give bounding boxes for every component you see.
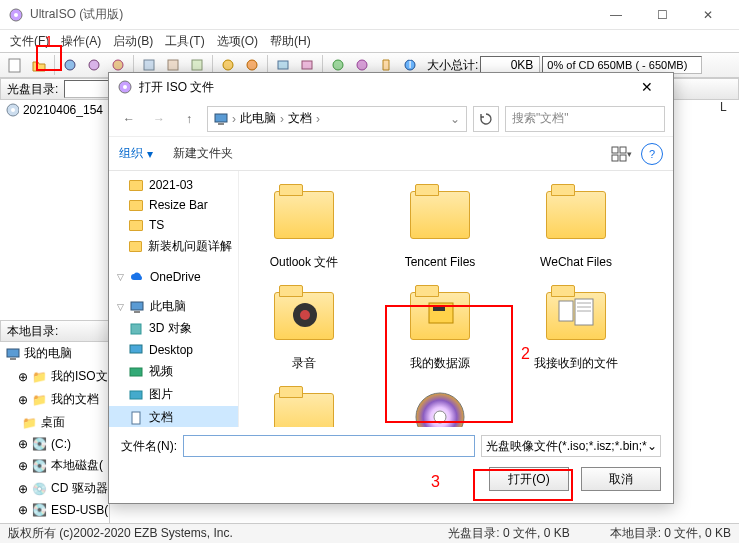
image-tree-item[interactable]: 20210406_154 <box>0 100 109 120</box>
open-button[interactable]: 打开(O) <box>489 467 569 491</box>
status-local-dir: 本地目录: 0 文件, 0 KB <box>610 525 731 542</box>
breadcrumb[interactable]: › 此电脑 › 文档 › ⌄ <box>207 106 467 132</box>
svg-rect-35 <box>132 412 140 424</box>
svg-point-46 <box>434 411 446 423</box>
filetype-dropdown[interactable]: 光盘映像文件(*.iso;*.isz;*.bin;*⌄ <box>481 435 661 457</box>
search-placeholder: 搜索"文档" <box>512 110 569 127</box>
svg-point-5 <box>113 60 123 70</box>
crumb-dropdown-icon[interactable]: ⌄ <box>450 112 460 126</box>
local-root[interactable]: 我的电脑 <box>0 342 109 365</box>
dialog-icon <box>117 79 133 95</box>
side-folder[interactable]: Resize Bar <box>109 195 238 215</box>
svg-rect-39 <box>433 307 445 311</box>
svg-rect-2 <box>9 59 20 72</box>
pictures-icon <box>129 388 143 402</box>
svg-rect-38 <box>429 303 453 323</box>
folder-icon <box>546 191 606 239</box>
refresh-button[interactable] <box>473 106 499 132</box>
right-column-letter: L <box>720 100 727 114</box>
new-folder-button[interactable]: 新建文件夹 <box>173 145 233 162</box>
open-button[interactable] <box>28 54 50 76</box>
view-mode-button[interactable]: ▾ <box>609 142 633 166</box>
tb-4[interactable] <box>83 54 105 76</box>
cancel-button[interactable]: 取消 <box>581 467 661 491</box>
local-item[interactable]: ⊕💽ESD-USB( <box>0 500 109 520</box>
crumb-pc[interactable]: 此电脑 <box>240 110 276 127</box>
new-button[interactable] <box>4 54 26 76</box>
nav-up-button[interactable]: ↑ <box>177 107 201 131</box>
nav-forward-button[interactable]: → <box>147 107 171 131</box>
file-item[interactable]: WeChat Files <box>521 179 631 270</box>
local-item[interactable]: ⊕💿CD 驱动器 <box>0 477 109 500</box>
side-folder[interactable]: 2021-03 <box>109 175 238 195</box>
side-onedrive[interactable]: ▽OneDrive <box>109 266 238 286</box>
svg-rect-26 <box>620 147 626 153</box>
dialog-title: 打开 ISO 文件 <box>139 79 629 96</box>
file-item[interactable]: 自定义 Office 模板 <box>249 381 359 427</box>
crumb-docs[interactable]: 文档 <box>288 110 312 127</box>
file-item[interactable]: 我接收到的文件 <box>521 280 631 371</box>
side-pc-item[interactable]: Desktop <box>109 340 238 360</box>
menu-options[interactable]: 选项(O) <box>211 31 264 52</box>
dialog-sidebar: 2021-03 Resize Bar TS 新装机问题详解 ▽OneDrive … <box>109 171 239 427</box>
local-item[interactable]: ⊕📁我的文档 <box>0 388 109 411</box>
main-title: UltraISO (试用版) <box>30 6 593 23</box>
file-item[interactable]: 录音 <box>249 280 359 371</box>
svg-rect-19 <box>7 349 19 357</box>
annotation-label-1: 1 <box>45 33 53 49</box>
svg-rect-28 <box>620 155 626 161</box>
file-list[interactable]: Outlook 文件 Tencent Files WeChat Files 录音… <box>239 171 673 427</box>
filename-input[interactable] <box>183 435 475 457</box>
file-item[interactable]: Tencent Files <box>385 179 495 270</box>
svg-point-1 <box>14 13 18 17</box>
local-root-label: 我的电脑 <box>24 345 72 362</box>
side-folder[interactable]: 新装机问题详解 <box>109 235 238 258</box>
menu-actions[interactable]: 操作(A) <box>55 31 107 52</box>
svg-rect-24 <box>218 123 224 125</box>
svg-rect-23 <box>215 114 227 122</box>
side-pc-item[interactable]: 3D 对象 <box>109 317 238 340</box>
folder-icon: 📁 <box>32 393 47 407</box>
drive-icon: 💽 <box>32 437 47 451</box>
file-item[interactable]: Outlook 文件 <box>249 179 359 270</box>
minimize-button[interactable]: — <box>593 0 639 30</box>
side-pc-item[interactable]: 图片 <box>109 383 238 406</box>
organize-button[interactable]: 组织 ▾ <box>119 145 153 162</box>
folder-icon <box>129 220 143 231</box>
svg-text:i: i <box>409 58 412 71</box>
dialog-toolbar: 组织 ▾ 新建文件夹 ▾ ? <box>109 137 673 171</box>
open-file-dialog: 打开 ISO 文件 ✕ ← → ↑ › 此电脑 › 文档 › ⌄ 搜索"文档" … <box>108 72 674 504</box>
menu-tools[interactable]: 工具(T) <box>159 31 210 52</box>
pc-icon <box>130 300 144 314</box>
svg-rect-40 <box>559 301 573 321</box>
local-item[interactable]: 📁桌面 <box>0 411 109 434</box>
file-item-iso[interactable]: Windows.iso <box>385 381 495 427</box>
file-item[interactable]: 我的数据源 <box>385 280 495 371</box>
image-tree-label: 20210406_154 <box>23 103 103 117</box>
nav-back-button[interactable]: ← <box>117 107 141 131</box>
tb-3[interactable] <box>59 54 81 76</box>
side-pc-item[interactable]: 视频 <box>109 360 238 383</box>
side-folder[interactable]: TS <box>109 215 238 235</box>
menu-boot[interactable]: 启动(B) <box>107 31 159 52</box>
help-button[interactable]: ? <box>641 143 663 165</box>
side-thispc[interactable]: ▽此电脑 <box>109 294 238 317</box>
folder-icon <box>410 191 470 239</box>
local-item[interactable]: ⊕💽(C:) <box>0 434 109 454</box>
folder-icon: 📁 <box>22 416 37 430</box>
local-item[interactable]: ⊕💽本地磁盘( <box>0 454 109 477</box>
menu-help[interactable]: 帮助(H) <box>264 31 317 52</box>
side-pc-item-documents[interactable]: 文档 <box>109 406 238 427</box>
svg-point-13 <box>333 60 343 70</box>
svg-rect-8 <box>192 60 202 70</box>
usb-icon: 💽 <box>32 503 47 517</box>
pc-icon <box>214 112 228 126</box>
local-item[interactable]: ⊕📁我的ISO文 <box>0 365 109 388</box>
dialog-close-button[interactable]: ✕ <box>629 79 665 95</box>
refresh-icon <box>479 112 493 126</box>
dialog-body: 2021-03 Resize Bar TS 新装机问题详解 ▽OneDrive … <box>109 171 673 427</box>
search-input[interactable]: 搜索"文档" <box>505 106 665 132</box>
maximize-button[interactable]: ☐ <box>639 0 685 30</box>
close-button[interactable]: ✕ <box>685 0 731 30</box>
svg-rect-30 <box>134 311 140 313</box>
